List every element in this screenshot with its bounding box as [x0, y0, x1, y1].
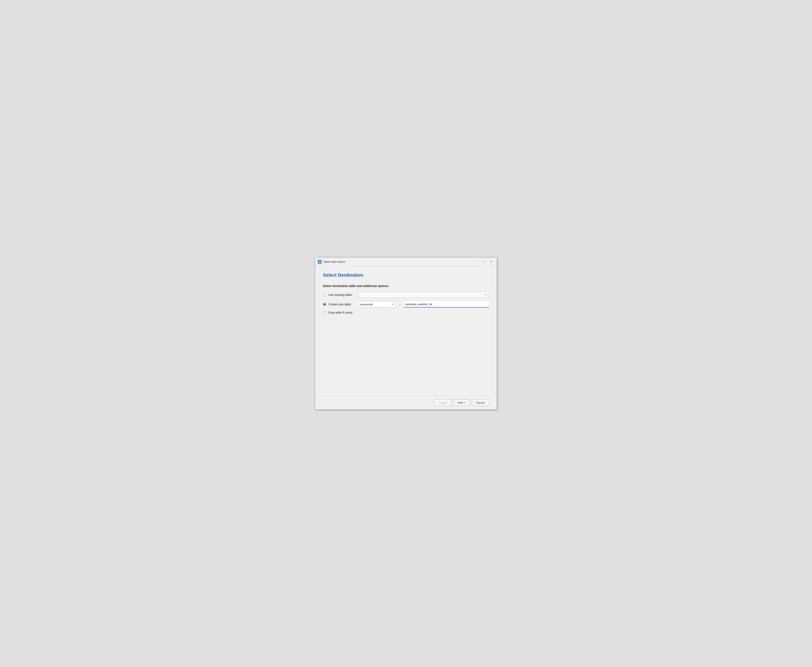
minimize-button[interactable]: – [475, 259, 481, 264]
app-icon [318, 260, 322, 264]
back-button[interactable]: < Back [434, 399, 451, 406]
use-existing-row: Use existing table: [323, 292, 489, 298]
content-area: Select Destination Select destination ta… [315, 266, 497, 396]
use-existing-radio[interactable] [323, 293, 326, 297]
close-button[interactable]: ✕ [488, 259, 494, 264]
maximize-button[interactable]: □ [481, 259, 488, 264]
existing-table-select[interactable] [358, 292, 489, 298]
form-area: Use existing table: Create new table: we… [323, 292, 489, 314]
svg-rect-0 [319, 261, 321, 261]
create-new-label[interactable]: Create new table: [328, 303, 356, 306]
cancel-button[interactable]: Cancel [472, 399, 489, 406]
dot-separator: . [399, 302, 400, 306]
next-button[interactable]: Next > [453, 399, 470, 406]
drop-table-row: Drop table if exists [323, 311, 489, 314]
section-description: Select destination table and additional … [323, 284, 489, 288]
database-select[interactable]: weatherdb [358, 301, 396, 307]
use-existing-label[interactable]: Use existing table: [328, 293, 356, 297]
main-window: Table Data Import – □ ✕ Select Destinati… [315, 257, 497, 410]
drop-table-checkbox[interactable] [323, 311, 326, 314]
drop-table-label[interactable]: Drop table if exists [328, 311, 353, 314]
window-controls: – □ ✕ [475, 259, 494, 264]
page-title: Select Destination [323, 272, 489, 278]
create-new-row: Create new table: weatherdb . [323, 301, 489, 307]
svg-rect-1 [319, 262, 321, 262]
table-name-input[interactable] [404, 301, 489, 307]
svg-rect-2 [319, 262, 321, 263]
window-title: Table Data Import [323, 260, 475, 263]
footer: < Back Next > Cancel [315, 396, 497, 409]
create-new-radio[interactable] [323, 303, 326, 306]
title-bar: Table Data Import – □ ✕ [315, 258, 497, 266]
